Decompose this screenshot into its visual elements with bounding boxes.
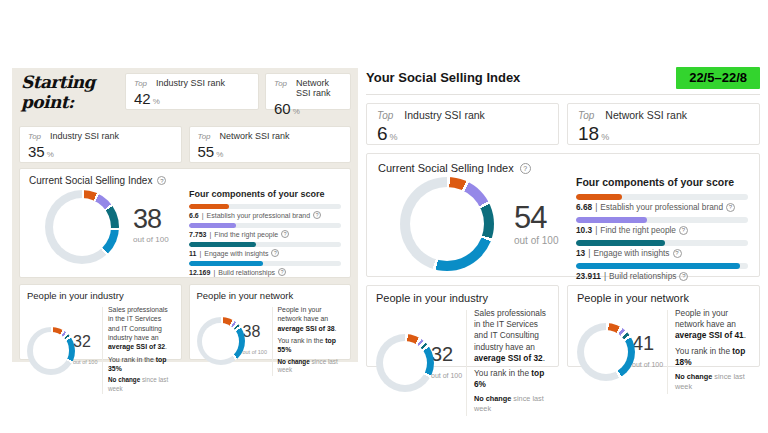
- component-value: 23.911: [576, 271, 601, 281]
- percent-sign: %: [293, 107, 300, 116]
- network-rank-card: Top Network SSI rank 18%: [567, 103, 760, 145]
- description-text: .: [165, 343, 167, 350]
- people-donut: [376, 334, 434, 392]
- change-bold: No change: [675, 372, 712, 381]
- divider: [667, 310, 668, 394]
- people-cards-row: People in your industry 32 out of 100 Sa…: [19, 284, 351, 360]
- network-rank-card: Top Network SSI rank 55%: [189, 126, 352, 163]
- rank-number: 55: [198, 143, 215, 160]
- component-value: 13: [576, 248, 585, 258]
- top-label: Top: [134, 79, 147, 88]
- rank-value: 60%: [274, 100, 342, 117]
- people-description: People in your network have an average S…: [278, 305, 344, 378]
- components-title: Four components of your score: [189, 189, 341, 199]
- component-value: 7.753: [189, 231, 207, 238]
- people-card-title: People in your industry: [27, 290, 174, 301]
- help-icon[interactable]: [726, 203, 735, 212]
- rank-number: 60: [274, 100, 291, 117]
- component-bar: [576, 194, 622, 200]
- description-text: .: [543, 353, 545, 363]
- people-industry-card: People in your industry 32 out of 100 Sa…: [19, 284, 182, 360]
- help-icon[interactable]: [278, 268, 286, 276]
- description-bold: average SSI of 32: [108, 343, 165, 350]
- description-text: People in your network have an: [675, 308, 736, 329]
- current-ssi-title-text: Current Social Selling Index: [29, 175, 152, 186]
- divider: [102, 307, 103, 394]
- percent-sign: %: [47, 150, 54, 159]
- change-line: No change since last week: [108, 376, 174, 393]
- component-bar: [189, 223, 236, 228]
- help-icon[interactable]: [673, 249, 682, 258]
- component-bar: [576, 263, 740, 269]
- component-label: Engage with insights: [204, 250, 268, 257]
- component-label: Build relationships: [218, 269, 275, 276]
- ssi-score: 38 out of 100: [133, 206, 169, 280]
- people-score-caption: out of 100: [73, 359, 97, 365]
- score-components: Four components of your score 6.68|Estab…: [576, 176, 748, 286]
- separator: |: [202, 212, 204, 219]
- help-icon[interactable]: [281, 230, 289, 238]
- people-network-card: People in your network 41 out of 100 Peo…: [567, 285, 760, 367]
- people-score-caption: out of 100: [632, 361, 663, 368]
- rank-number: 18: [578, 123, 599, 144]
- help-icon[interactable]: [520, 163, 531, 174]
- description-text: Sales professionals in the IT Services a…: [474, 308, 546, 352]
- component-bar-track: [189, 242, 341, 247]
- change-line: No change since last week: [675, 372, 750, 392]
- component-bar: [189, 261, 263, 266]
- help-icon[interactable]: [679, 272, 688, 281]
- component-value: 10.3: [576, 225, 592, 235]
- rank-card-title: Industry SSI rank: [50, 131, 119, 141]
- description-bold: average SSI of 38: [278, 325, 335, 332]
- rank-line: You rank in the top 18%: [675, 346, 750, 368]
- help-icon[interactable]: [313, 211, 321, 219]
- component-row: 23.911|Build relationships: [576, 263, 748, 281]
- industry-rank-card: Top Industry SSI rank 6%: [366, 103, 559, 145]
- people-donut: [197, 317, 245, 365]
- percent-sign: %: [216, 150, 223, 159]
- rank-value: 6%: [377, 123, 548, 145]
- rank-card-title: Industry SSI rank: [404, 109, 485, 121]
- change-line: No change since last week: [278, 358, 344, 375]
- help-icon[interactable]: [679, 226, 688, 235]
- rank-text: You rank in the: [278, 337, 326, 344]
- component-bar-track: [189, 261, 341, 266]
- ssi-score-caption: out of 100: [514, 235, 558, 246]
- top-label: Top: [377, 110, 393, 121]
- components-title: Four components of your score: [576, 176, 748, 188]
- separator: |: [604, 271, 606, 281]
- component-value: 12.169: [189, 269, 210, 276]
- description-text: .: [744, 330, 746, 340]
- separator: |: [213, 269, 215, 276]
- people-score: 32 out of 100: [431, 344, 463, 382]
- description-bold: average SSI of 41: [675, 330, 744, 340]
- rank-value: 35%: [28, 143, 173, 160]
- people-donut: [577, 323, 635, 381]
- people-description: Sales professionals in the IT Services a…: [474, 308, 549, 418]
- rank-number: 42: [134, 90, 151, 107]
- people-card-title: People in your industry: [376, 292, 549, 304]
- separator: |: [595, 225, 597, 235]
- ssi-report-panel: Your Social Selling Index 22/5–22/8 Top …: [366, 66, 760, 380]
- change-bold: No change: [108, 376, 140, 383]
- component-bar-track: [189, 204, 341, 209]
- people-network-card: People in your network 38 out of 100 Peo…: [189, 284, 352, 360]
- rank-text: You rank in the: [474, 368, 531, 378]
- component-row: 6.6|Establish your professional brand: [189, 204, 341, 219]
- help-icon[interactable]: [271, 249, 279, 257]
- component-row: 12.169|Build relationships: [189, 261, 341, 276]
- rank-value: 42%: [134, 90, 250, 107]
- component-value: 6.68: [576, 202, 592, 212]
- change-bold: No change: [278, 358, 310, 365]
- component-row: 7.753|Find the right people: [189, 223, 341, 238]
- top-label: Top: [198, 132, 211, 141]
- report-header: Your Social Selling Index 22/5–22/8: [366, 66, 760, 95]
- ssi-donut: [45, 190, 119, 264]
- people-score-number: 32: [73, 334, 99, 350]
- people-score: 38 out of 100: [243, 324, 269, 358]
- percent-sign: %: [153, 97, 160, 106]
- people-industry-card: People in your industry 32 out of 100 Sa…: [366, 285, 559, 367]
- help-icon[interactable]: [157, 176, 166, 185]
- description-line: People in your network have an average S…: [675, 308, 750, 342]
- change-line: No change since last week: [474, 394, 549, 414]
